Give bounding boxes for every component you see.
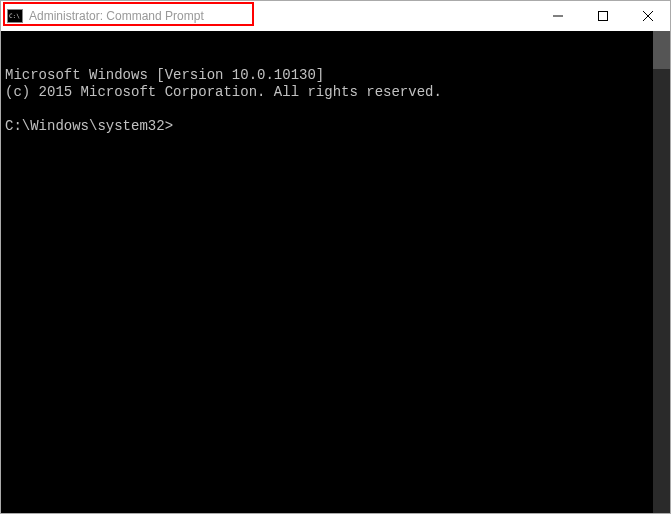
- console-area[interactable]: Microsoft Windows [Version 10.0.10130] (…: [1, 31, 670, 513]
- command-prompt-window: C:\ Administrator: Command Prompt Micros…: [0, 0, 671, 514]
- window-controls: [535, 1, 670, 31]
- svg-rect-1: [598, 11, 607, 20]
- window-title: Administrator: Command Prompt: [29, 9, 535, 23]
- minimize-icon: [553, 11, 563, 21]
- console-line: (c) 2015 Microsoft Corporation. All righ…: [5, 84, 442, 100]
- close-button[interactable]: [625, 1, 670, 30]
- minimize-button[interactable]: [535, 1, 580, 30]
- close-icon: [643, 11, 653, 21]
- maximize-button[interactable]: [580, 1, 625, 30]
- scrollbar-thumb[interactable]: [653, 31, 670, 69]
- console-output: Microsoft Windows [Version 10.0.10130] (…: [5, 67, 666, 135]
- vertical-scrollbar[interactable]: [653, 31, 670, 513]
- app-icon: C:\: [7, 9, 23, 23]
- maximize-icon: [598, 11, 608, 21]
- console-line: Microsoft Windows [Version 10.0.10130]: [5, 67, 324, 83]
- titlebar[interactable]: C:\ Administrator: Command Prompt: [1, 1, 670, 31]
- console-prompt: C:\Windows\system32>: [5, 118, 173, 134]
